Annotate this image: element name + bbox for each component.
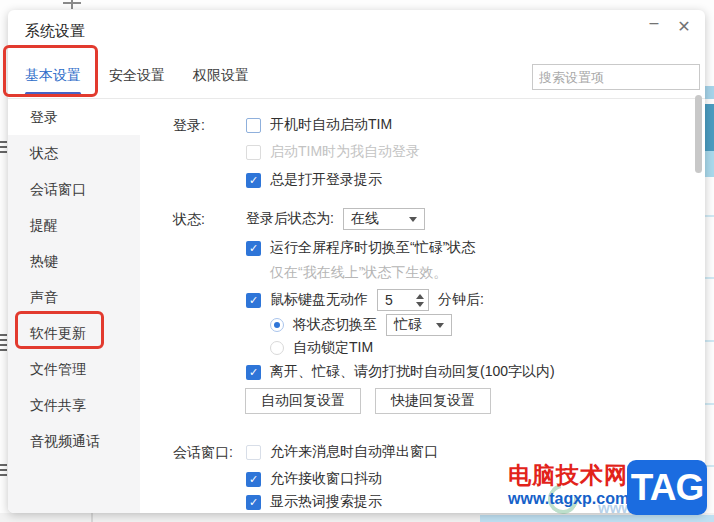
background-bottom-line <box>91 513 93 522</box>
sidebar: 登录 状态 会话窗口 提醒 热键 声音 软件更新 文件管理 文件共享 音视频通话 <box>8 99 140 513</box>
watermark-site-name: 电脑技术网 <box>508 460 628 491</box>
section-label-session: 会话窗口: <box>173 441 233 463</box>
sidebar-item-status[interactable]: 状态 <box>8 135 140 171</box>
settings-tabs: 基本设置 安全设置 权限设置 <box>25 67 249 93</box>
row-popup[interactable]: 允许来消息时自动弹出窗口 <box>246 441 438 463</box>
row-idle-timeout[interactable]: 鼠标键盘无动作 5 分钟后: <box>246 289 484 311</box>
reply-buttons-row: 自动回复设置 快捷回复设置 <box>245 388 491 414</box>
row-switch-status[interactable]: 将状态切换至 忙碌 <box>270 314 452 336</box>
background-gridline <box>705 340 714 342</box>
checkbox-label: 允许来消息时自动弹出窗口 <box>270 443 438 461</box>
row-fullscreen-busy[interactable]: 运行全屏程序时切换至“忙碌”状态 <box>246 237 475 259</box>
autoreply-settings-button[interactable]: 自动回复设置 <box>245 388 361 414</box>
chevron-down-icon <box>436 323 444 328</box>
radio-label: 将状态切换至 <box>293 316 377 334</box>
tab-security-settings[interactable]: 安全设置 <box>109 67 165 93</box>
background-strip <box>705 86 714 99</box>
after-login-status-dropdown[interactable]: 在线 <box>343 208 425 230</box>
minimize-button[interactable]: – <box>643 12 665 34</box>
row-autolock[interactable]: 自动锁定TIM <box>270 337 373 359</box>
row-autoreply[interactable]: 离开、忙碌、请勿打扰时自动回复(100字以内) <box>246 361 555 383</box>
sidebar-item-sound[interactable]: 声音 <box>8 279 140 315</box>
tab-permission-settings[interactable]: 权限设置 <box>193 67 249 93</box>
watermark: www.xz7.com 电脑技术网 www.tagxp.com TAG <box>500 458 714 518</box>
background-plus-icon <box>63 0 81 9</box>
quickreply-settings-button[interactable]: 快捷回复设置 <box>375 388 491 414</box>
window-title: 系统设置 <box>25 22 85 41</box>
sidebar-item-av-call[interactable]: 音视频通话 <box>8 423 140 459</box>
row-hotword[interactable]: 显示热词搜索提示 <box>246 491 382 513</box>
arrow-up-icon[interactable] <box>416 294 424 299</box>
background-text-fragment <box>0 141 7 156</box>
checkbox-autologin-disabled <box>246 145 261 160</box>
checkbox-label: 显示热词搜索提示 <box>270 493 382 511</box>
search-box[interactable] <box>532 64 700 90</box>
watermark-site-url: www.tagxp.com <box>508 490 629 508</box>
sidebar-item-reminder[interactable]: 提醒 <box>8 207 140 243</box>
background-strip <box>705 104 714 151</box>
sidebar-item-session-window[interactable]: 会话窗口 <box>8 171 140 207</box>
watermark-tag-logo: TAG <box>627 460 707 515</box>
checkbox-hotword-checked[interactable] <box>246 495 261 510</box>
settings-window: 系统设置 – ✕ 基本设置 安全设置 权限设置 登录 状态 会话窗口 提醒 热键… <box>8 10 705 513</box>
checkbox-autoreply-checked[interactable] <box>246 365 261 380</box>
section-label-status: 状态: <box>173 208 205 230</box>
radio-autolock-unselected[interactable] <box>270 341 284 355</box>
radio-switch-status-selected[interactable] <box>270 318 284 332</box>
sidebar-item-software-update[interactable]: 软件更新 <box>8 315 140 351</box>
scrollbar-thumb[interactable] <box>695 95 702 173</box>
checkbox-label: 总是打开登录提示 <box>270 171 382 189</box>
row-after-login-status: 登录后状态为: 在线 <box>246 208 425 230</box>
checkbox-autostart-unchecked[interactable] <box>246 118 261 133</box>
checkbox-label: 运行全屏程序时切换至“忙碌”状态 <box>270 239 475 257</box>
arrow-down-icon[interactable] <box>416 302 424 307</box>
idle-prefix-label: 鼠标键盘无动作 <box>270 291 368 309</box>
stepper-value: 5 <box>385 292 416 308</box>
background-text-fragment <box>0 334 7 352</box>
checkbox-shake-checked[interactable] <box>246 472 261 487</box>
background-strip <box>705 151 714 177</box>
stepper-arrows[interactable] <box>416 294 424 307</box>
background-gridline <box>705 215 714 217</box>
checkbox-popup-unchecked[interactable] <box>246 445 261 460</box>
switch-status-dropdown[interactable]: 忙碌 <box>386 314 452 336</box>
sidebar-item-file-management[interactable]: 文件管理 <box>8 351 140 387</box>
radio-label: 自动锁定TIM <box>293 339 373 357</box>
sidebar-item-login[interactable]: 登录 <box>8 99 140 135</box>
idle-suffix-label: 分钟后: <box>438 291 484 309</box>
background-gridline <box>705 277 714 279</box>
checkbox-label: 离开、忙碌、请勿打扰时自动回复(100字以内) <box>270 363 555 381</box>
section-label-login: 登录: <box>173 114 205 136</box>
search-input[interactable] <box>533 70 714 85</box>
checkbox-label: 允许接收窗口抖动 <box>270 470 382 488</box>
chevron-down-icon <box>409 217 417 222</box>
sidebar-item-file-sharing[interactable]: 文件共享 <box>8 387 140 423</box>
row-autologin: 启动TIM时为我自动登录 <box>246 141 420 163</box>
checkbox-always-prompt-checked[interactable] <box>246 173 261 188</box>
checkbox-label: 启动TIM时为我自动登录 <box>270 143 420 161</box>
row-always-prompt[interactable]: 总是打开登录提示 <box>246 169 382 191</box>
checkbox-label: 开机时自动启动TIM <box>270 116 392 134</box>
row-shake[interactable]: 允许接收窗口抖动 <box>246 468 382 490</box>
dropdown-value: 忙碌 <box>394 316 422 334</box>
close-button[interactable]: ✕ <box>673 16 695 38</box>
idle-minutes-stepper[interactable]: 5 <box>377 289 429 311</box>
tab-basic-settings[interactable]: 基本设置 <box>25 67 81 93</box>
row-autostart[interactable]: 开机时自动启动TIM <box>246 114 392 136</box>
background-gridline <box>705 403 714 405</box>
checkbox-idle-checked[interactable] <box>246 293 261 308</box>
background-text-fragment <box>0 464 7 479</box>
after-login-status-label: 登录后状态为: <box>246 210 334 228</box>
fullscreen-busy-note: 仅在“我在线上”状态下生效。 <box>270 261 447 283</box>
checkbox-fullscreen-busy-checked[interactable] <box>246 241 261 256</box>
sidebar-item-hotkey[interactable]: 热键 <box>8 243 140 279</box>
dropdown-value: 在线 <box>351 210 379 228</box>
